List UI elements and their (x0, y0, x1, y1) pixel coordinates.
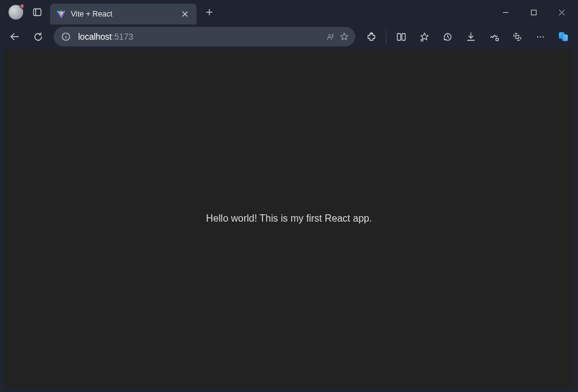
read-aloud-icon[interactable]: A)) (327, 32, 333, 42)
svg-rect-16 (397, 34, 401, 40)
svg-point-27 (542, 36, 543, 37)
tab-close-button[interactable] (179, 9, 190, 20)
performance-button[interactable] (483, 27, 505, 46)
address-bar[interactable]: localhost:5173 A)) (54, 27, 355, 46)
svg-point-23 (496, 38, 498, 40)
close-window-button[interactable] (547, 0, 576, 24)
svg-rect-7 (531, 10, 536, 15)
url-text: localhost:5173 (78, 32, 321, 42)
viewport: Hello world! This is my first React app. (0, 49, 578, 392)
svg-rect-0 (34, 9, 41, 16)
url-port: :5173 (112, 32, 133, 42)
extensions-button[interactable] (360, 27, 382, 46)
toolbar: localhost:5173 A)) (0, 24, 578, 49)
vite-favicon-icon (56, 9, 66, 19)
split-screen-button[interactable] (390, 27, 412, 46)
page-content: Hello world! This is my first React app. (4, 49, 574, 388)
window-controls (491, 0, 576, 24)
browser-tab[interactable]: Vite + React (50, 4, 197, 24)
svg-point-26 (540, 36, 541, 37)
svg-point-25 (536, 36, 538, 37)
favorite-star-icon[interactable] (339, 32, 349, 42)
svg-marker-18 (421, 33, 428, 40)
favorites-button[interactable] (413, 27, 435, 46)
hello-world-text: Hello world! This is my first React app. (206, 213, 372, 224)
tab-actions-button[interactable] (27, 2, 48, 23)
screenshot-button[interactable] (506, 27, 528, 46)
svg-rect-24 (516, 35, 519, 38)
titlebar: Vite + React (0, 0, 578, 24)
history-button[interactable] (436, 27, 458, 46)
svg-marker-14 (341, 33, 348, 40)
back-button[interactable] (4, 27, 26, 46)
svg-rect-17 (402, 34, 405, 40)
new-tab-button[interactable] (200, 3, 219, 21)
url-host: localhost (78, 32, 112, 42)
toolbar-divider (386, 30, 386, 43)
downloads-button[interactable] (460, 27, 482, 46)
tab-title: Vite + React (71, 10, 175, 18)
refresh-button[interactable] (27, 27, 49, 46)
site-info-icon[interactable] (60, 31, 72, 43)
maximize-button[interactable] (519, 0, 547, 24)
svg-point-13 (65, 34, 66, 35)
copilot-button[interactable] (552, 27, 574, 46)
notification-dot-icon (20, 4, 24, 9)
minimize-button[interactable] (491, 0, 519, 24)
more-menu-button[interactable] (529, 27, 551, 46)
profile-avatar[interactable] (9, 5, 23, 20)
